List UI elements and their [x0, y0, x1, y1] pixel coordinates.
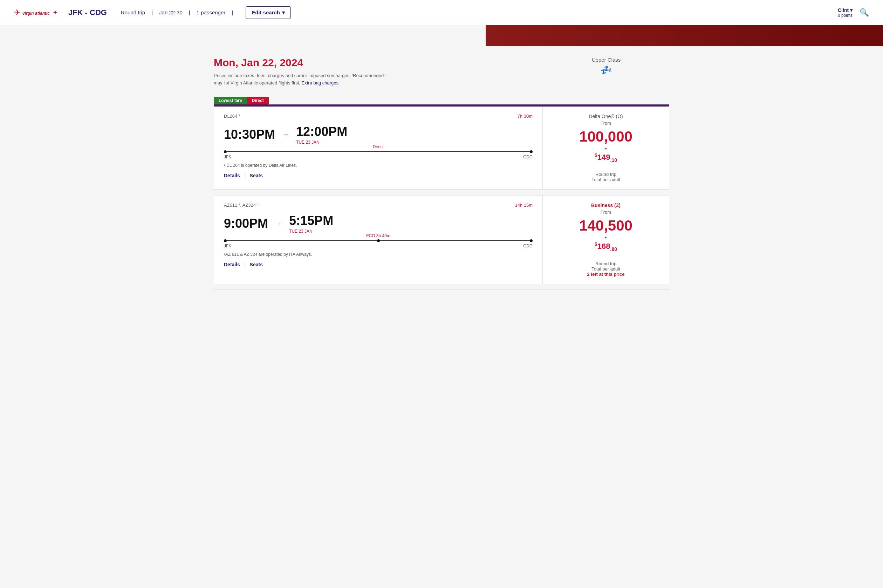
user-points: 0 points [838, 13, 853, 18]
user-area: Clint ▾ 0 points 🔍 [838, 8, 869, 18]
flight-1-footnote: ¹ DL 264 is operated by Delta Air Lines. [224, 163, 532, 168]
flight-card-1: Lowest fare Direct DL264 ¹ 7h 30m 10:30P… [214, 97, 669, 190]
flight-1-departure: 10:30PM [224, 127, 275, 142]
flight-2-times: 9:00PM → 5:15PM TUE 23 JAN [224, 213, 532, 234]
flight-1-links: Details | Seats [224, 173, 532, 178]
flight-2-from-label: From [601, 210, 611, 215]
destination-label: CDG [523, 154, 532, 159]
flight-2-per-adult: Total per adult [587, 266, 625, 272]
sleep-icon: 💤 [543, 65, 669, 76]
lowest-fare-badge: Lowest fare [214, 97, 247, 104]
flight-2-footnote: ¹AZ 611 & AZ 324 are operated by ITA Air… [224, 252, 532, 257]
arrow-icon-2: → [275, 220, 282, 228]
flight-2-departure: 9:00PM [224, 216, 268, 231]
virgin-atlantic-logo: ✈ [14, 8, 20, 17]
origin-label: JFK [224, 154, 231, 159]
flight-2-cash: $168.80 [595, 242, 617, 252]
route-labels-2: JFK CDG [224, 242, 532, 249]
header-info: Round trip | Jan 22-30 | 1 passenger | E… [121, 6, 291, 19]
direct-badge: Direct [247, 97, 269, 104]
header: ✈ virgin atlantic ✦ JFK - CDG Round trip… [0, 0, 883, 25]
passengers: 1 passenger [196, 9, 226, 15]
flight-1-arrival: 12:00PM [296, 124, 347, 139]
flight-2-header: AZ611 ¹, AZ324 ¹ 14h 15m [224, 202, 532, 208]
flight-1-plus: + [604, 146, 607, 151]
flight-2-arrival-date: TUE 23 JAN [289, 229, 333, 234]
edit-search-button[interactable]: Edit search ▾ [246, 6, 291, 19]
flight-1-per-adult: Total per adult [591, 177, 620, 182]
flight-2-cabin-name: Business (Z) [591, 202, 621, 208]
route-line: Direct [227, 152, 530, 152]
route-line-2: FCO 3h 40m [227, 240, 530, 241]
destination-label-2: CDG [523, 243, 532, 249]
date-row: Mon, Jan 22, 2024 Prices include taxes, … [214, 57, 669, 94]
flight-2-links: Details | Seats [224, 262, 532, 267]
stop-dot [377, 239, 380, 242]
flight-1-cash: $149.10 [595, 152, 617, 163]
flight-1-times: 10:30PM → 12:00PM TUE 23 JAN [224, 124, 532, 145]
badge-row-1: Lowest fare Direct [214, 97, 669, 104]
dropdown-chevron[interactable]: ▾ [850, 8, 853, 13]
price-note: Prices include taxes, fees, charges and … [214, 72, 389, 87]
flight-1-info: DL264 ¹ 7h 30m 10:30PM → 12:00PM TUE 23 … [214, 106, 543, 190]
flight-1-decimal: .10 [610, 157, 617, 163]
logo-area: ✈ virgin atlantic ✦ [14, 8, 58, 17]
route-display: JFK - CDG [68, 8, 107, 17]
flight-2-arrival-info: 5:15PM TUE 23 JAN [289, 213, 333, 234]
flight-2-decimal: .80 [610, 246, 617, 252]
destination-dot-2 [530, 239, 532, 242]
arrow-icon: → [282, 130, 289, 138]
route-labels: JFK CDG [224, 153, 532, 159]
dates: Jan 22-30 [159, 9, 183, 15]
origin-label-2: JFK [224, 243, 231, 249]
origin-dot-2 [224, 239, 227, 242]
date-heading: Mon, Jan 22, 2024 [214, 57, 543, 69]
flight-1-seats-link[interactable]: Seats [250, 173, 263, 178]
flight-2-grid: AZ611 ¹, AZ324 ¹ 14h 15m 9:00PM → 5:15PM… [214, 195, 669, 284]
search-icon: 🔍 [859, 8, 869, 17]
user-info: Clint ▾ 0 points [838, 8, 853, 18]
flight-2-plus: + [604, 234, 607, 240]
search-icon-button[interactable]: 🔍 [859, 8, 869, 17]
flight-1-pricing: Delta One® (O) From 100,000 + $149.10 Ro… [543, 106, 669, 190]
flight-1-points: 100,000 [579, 129, 633, 144]
flight-2-warning: 2 left at this price [587, 272, 625, 277]
dollar-sign: $ [595, 152, 597, 158]
flight-2-info: AZ611 ¹, AZ324 ¹ 14h 15m 9:00PM → 5:15PM… [214, 195, 543, 284]
flight-2-arrival: 5:15PM [289, 213, 333, 228]
flight-1-details-link[interactable]: Details [224, 173, 240, 178]
origin-dot [224, 150, 227, 153]
destination-dot [530, 150, 532, 153]
flight-2-details-link[interactable]: Details [224, 262, 240, 267]
flight-1-header: DL264 ¹ 7h 30m [224, 114, 532, 119]
flight-1-number: DL264 ¹ [224, 114, 240, 119]
flight-1-cabin-name: Delta One® (O) [589, 114, 623, 119]
flight-1-grid: DL264 ¹ 7h 30m 10:30PM → 12:00PM TUE 23 … [214, 106, 669, 190]
trip-type: Round trip [121, 9, 145, 15]
flight-2-pricing: Business (Z) From 140,500 + $168.80 Roun… [543, 195, 669, 284]
flight-card-2: AZ611 ¹, AZ324 ¹ 14h 15m 9:00PM → 5:15PM… [214, 195, 669, 290]
user-name: Clint ▾ [838, 8, 853, 13]
flight-2-route: FCO 3h 40m JFK CDG [224, 239, 532, 249]
flight-1-duration: 7h 30m [517, 114, 532, 119]
banner-image [0, 25, 883, 46]
chevron-down-icon: ▾ [282, 9, 285, 16]
flight-2-duration: 14h 15m [515, 202, 532, 208]
upper-class-header: Upper Class 💤 [543, 57, 669, 76]
main-content: Mon, Jan 22, 2024 Prices include taxes, … [0, 46, 883, 306]
flight-2-round-trip: Round trip [587, 261, 625, 266]
date-section: Mon, Jan 22, 2024 Prices include taxes, … [214, 57, 543, 94]
flight-1-from-label: From [601, 120, 611, 126]
brand-name: virgin atlantic ✦ [22, 9, 58, 16]
upper-class-label: Upper Class [543, 57, 669, 63]
flight-2-seats-link[interactable]: Seats [250, 262, 263, 267]
dollar-sign-2: $ [595, 242, 597, 247]
flight-1-arrival-info: 12:00PM TUE 23 JAN [296, 124, 347, 145]
flight-2-number: AZ611 ¹, AZ324 ¹ [224, 202, 259, 208]
flight-1-stop-label: Direct [373, 144, 384, 149]
extra-bag-link[interactable]: Extra bag charges [302, 80, 339, 86]
flight-2-points: 140,500 [579, 218, 633, 233]
flight-1-route: Direct JFK CDG [224, 150, 532, 159]
content-wrapper: Mon, Jan 22, 2024 Prices include taxes, … [214, 57, 669, 290]
flight-2-stop-label: FCO 3h 40m [366, 233, 390, 238]
